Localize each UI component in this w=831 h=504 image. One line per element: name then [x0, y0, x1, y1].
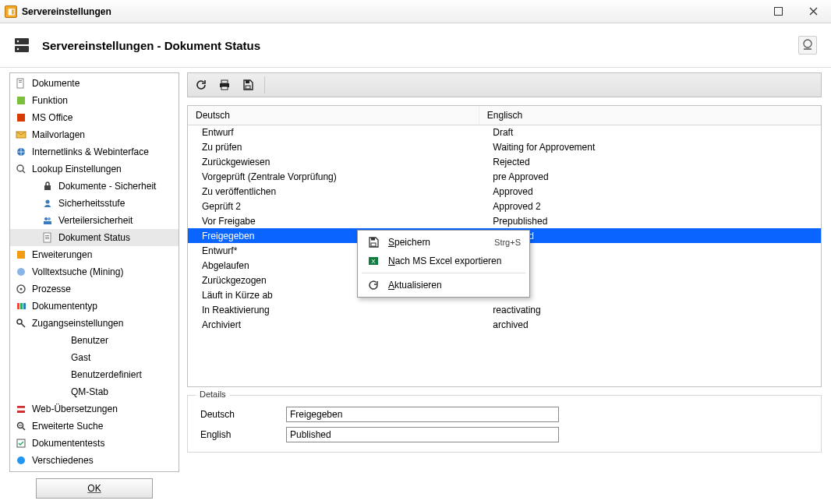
svg-point-17 [48, 217, 51, 220]
sidebar-item[interactable]: Dokumente [10, 75, 179, 92]
table-row[interactable]: Vor FreigabePrepublished [188, 213, 821, 228]
blank-icon [54, 351, 66, 364]
cell-de: Zu prüfen [188, 139, 479, 154]
svg-rect-32 [17, 408, 25, 411]
nav-tree[interactable]: DokumenteFunktionMS OfficeMailvorlagenIn… [9, 72, 179, 472]
sidebar-item-label: Lookup Einstellungen [32, 164, 122, 174]
sidebar-item[interactable]: Verschiedenes [10, 452, 179, 469]
server-icon [11, 34, 33, 56]
svg-rect-23 [17, 251, 25, 259]
lock-icon [41, 180, 54, 192]
page-title: Servereinstellungen - Dokument Status [42, 39, 260, 52]
sidebar-item[interactable]: Web-Übersetzungen [10, 400, 179, 418]
table-row[interactable]: Zu veröffentlichenApproved [188, 184, 821, 199]
sidebar-item-label: MS Office [32, 112, 72, 123]
sidebar-item[interactable]: Benutzer [10, 332, 179, 349]
menu-item[interactable]: Aktualisieren [360, 276, 527, 294]
toolbar [187, 72, 822, 97]
sidebar-item-label: Benutzerdefiniert [71, 369, 142, 380]
table-row[interactable]: Geprüft 2Approved 2 [188, 199, 821, 213]
svg-rect-33 [17, 411, 25, 413]
menu-item[interactable]: XNach MS Excel exportieren [360, 252, 527, 270]
maximize-button[interactable] [761, 0, 796, 23]
save-button[interactable] [239, 76, 256, 93]
col-header-de[interactable]: Deutsch [188, 106, 479, 125]
sidebar-item[interactable]: Erweiterte Suche [10, 418, 179, 435]
table-row[interactable]: Archiviertarchived [188, 317, 821, 332]
sidebar-item-label: Dokumente - Sicherheit [58, 181, 156, 192]
menu-item[interactable]: SpeichernStrg+S [360, 233, 527, 252]
office-icon [15, 111, 27, 124]
cell-de: Zu veröffentlichen [188, 184, 479, 199]
sidebar-item[interactable]: Lookup Einstellungen [10, 160, 179, 178]
cell-en [479, 243, 820, 258]
sidebar-item[interactable]: Volltextsuche (Mining) [10, 263, 179, 280]
sidebar-item[interactable]: Dokumente - Sicherheit [10, 178, 179, 195]
sidebar-item[interactable]: Dokumententyp [10, 298, 179, 315]
cell-de: Entwurf [188, 125, 479, 139]
table-row[interactable]: Zu prüfenWaiting for Approvement [188, 139, 821, 154]
context-menu[interactable]: SpeichernStrg+SXNach MS Excel exportiere… [357, 230, 530, 298]
search-icon [15, 163, 27, 175]
sidebar-item[interactable]: Sicherheitsstufe [10, 195, 179, 212]
cell-de: In Reaktivierung [188, 302, 479, 317]
sidebar-item[interactable]: Gast [10, 349, 179, 366]
cell-de: Zurückgewiesen [188, 154, 479, 169]
cell-en: Waiting for Approvement [479, 139, 820, 154]
sidebar-item[interactable]: MS Office [10, 109, 179, 126]
sidebar-item-label: Dokumententyp [32, 301, 97, 312]
details-en-input[interactable] [286, 427, 559, 442]
svg-point-4 [17, 48, 19, 50]
sidebar-item[interactable]: Dokument Status [10, 229, 179, 246]
ok-button[interactable]: OK [36, 478, 153, 499]
details-de-label: Deutsch [200, 409, 286, 420]
col-header-en[interactable]: Englisch [479, 106, 820, 125]
svg-text:X: X [371, 258, 376, 265]
svg-rect-2 [15, 46, 29, 52]
sidebar-item[interactable]: Verteilersicherheit [10, 212, 179, 229]
sidebar-item-label: Sicherheitsstufe [58, 198, 125, 209]
menu-item-label: Aktualisieren [388, 280, 521, 291]
svg-rect-28 [20, 303, 23, 309]
table-row[interactable]: ZurückgewiesenRejected [188, 154, 821, 169]
close-button[interactable] [796, 0, 831, 23]
details-de-input[interactable] [286, 407, 559, 422]
svg-point-26 [20, 288, 23, 291]
svg-point-3 [17, 41, 19, 42]
svg-point-16 [44, 217, 48, 220]
help-icon[interactable] [798, 36, 817, 55]
svg-point-5 [804, 40, 812, 48]
sidebar-item[interactable]: Mailvorlagen [10, 126, 179, 143]
docstatus-icon [41, 231, 54, 244]
sidebar-item[interactable]: QM-Stab [10, 383, 179, 400]
sidebar-item[interactable]: Prozesse [10, 280, 179, 298]
cell-en: reactivating [479, 302, 820, 317]
cell-de: Archiviert [188, 317, 479, 332]
table-row[interactable]: EntwurfDraft [188, 125, 821, 139]
people-icon [41, 214, 54, 227]
sidebar-item[interactable]: Internetlinks & Webinterface [10, 143, 179, 160]
svg-rect-21 [45, 237, 49, 238]
table-row[interactable]: In Reaktivierungreactivating [188, 302, 821, 317]
svg-rect-31 [17, 406, 25, 408]
sidebar-item[interactable]: Funktion [10, 92, 179, 109]
toolbar-separator [264, 76, 265, 93]
save-icon [366, 235, 380, 249]
person-icon [41, 197, 54, 210]
cell-en: Draft [479, 125, 820, 139]
blank-icon [54, 386, 66, 398]
sidebar-item[interactable]: Erweiterungen [10, 246, 179, 263]
print-button[interactable] [216, 76, 233, 93]
sidebar-item-label: Verschiedenes [32, 455, 94, 466]
table-row[interactable]: Vorgeprüft (Zentrale Vorprüfung)pre Appr… [188, 169, 821, 184]
sidebar-item-label: Dokumententests [32, 438, 104, 449]
sidebar-item-label: Benutzer [71, 335, 108, 346]
sidebar-item[interactable]: Zugangseinstellungen [10, 315, 179, 332]
refresh-button[interactable] [193, 76, 210, 93]
sidebar-item[interactable]: Benutzerdefiniert [10, 366, 179, 383]
mail-icon [15, 129, 27, 141]
svg-point-24 [17, 268, 25, 276]
svg-point-13 [17, 165, 23, 171]
sidebar-item[interactable]: Dokumententests [10, 435, 179, 452]
menu-item-label: Speichern [388, 237, 494, 248]
